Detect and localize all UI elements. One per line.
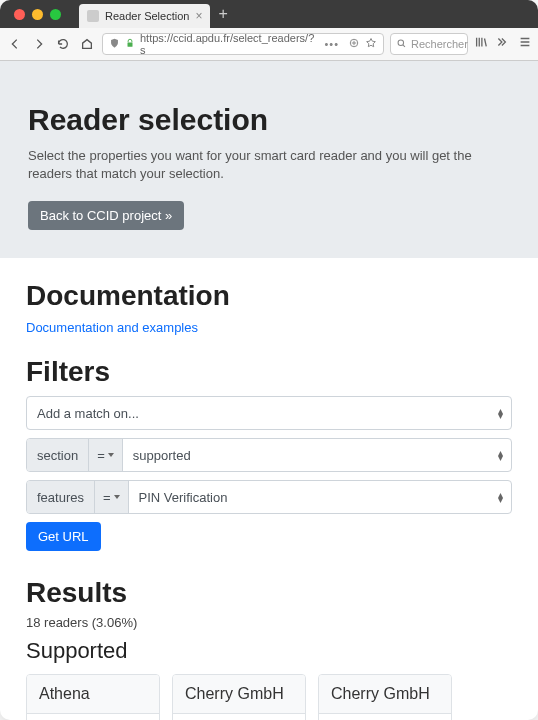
filter-row-section: section = supported ▴▾: [26, 438, 512, 472]
filter-operator-select[interactable]: =: [89, 439, 123, 471]
card-vendor: Athena: [27, 675, 159, 714]
svg-rect-0: [128, 42, 133, 46]
tab-title: Reader Selection: [105, 10, 189, 22]
menu-icon[interactable]: [518, 35, 532, 53]
svg-point-2: [398, 40, 404, 46]
chevron-down-icon: [114, 495, 120, 499]
results-count: 18 readers (3.06%): [26, 615, 512, 630]
window-close-button[interactable]: [14, 9, 25, 20]
address-bar: https://ccid.apdu.fr/select_readers/?s •…: [0, 28, 538, 60]
bookmark-star-icon[interactable]: [365, 37, 377, 51]
search-icon: [396, 38, 407, 51]
chevron-updown-icon: ▴▾: [498, 450, 503, 460]
active-tab[interactable]: Reader Selection ×: [79, 4, 210, 28]
card-vendor: Cherry GmbH: [319, 675, 451, 714]
url-input[interactable]: https://ccid.apdu.fr/select_readers/?s •…: [102, 33, 384, 55]
filter-row-features: features = PIN Verification ▴▾: [26, 480, 512, 514]
search-placeholder: Rechercher: [411, 38, 468, 50]
reader-card[interactable]: Cherry GmbH: [318, 674, 452, 720]
card-image: [27, 714, 159, 720]
forward-button[interactable]: [30, 35, 48, 53]
tab-bar: Reader Selection × +: [0, 0, 538, 28]
add-match-select[interactable]: Add a match on... ▴▾: [26, 396, 512, 430]
results-heading: Results: [26, 577, 512, 609]
new-tab-button[interactable]: +: [210, 5, 235, 23]
card-image: [319, 714, 451, 720]
reader-card[interactable]: Athena: [26, 674, 160, 720]
page-title: Reader selection: [28, 103, 510, 137]
card-vendor: Cherry GmbH: [173, 675, 305, 714]
hero-section: Reader selection Select the properties y…: [0, 61, 538, 258]
browser-chrome: Reader Selection × + https://ccid.apdu.f…: [0, 0, 538, 61]
window-controls: [8, 9, 67, 20]
filter-value-select[interactable]: PIN Verification ▴▾: [129, 481, 511, 513]
tab-close-icon[interactable]: ×: [195, 9, 202, 23]
url-more-icon[interactable]: •••: [324, 38, 339, 50]
filters-heading: Filters: [26, 356, 512, 388]
reload-button[interactable]: [54, 35, 72, 53]
chevron-down-icon: [108, 453, 114, 457]
reader-card[interactable]: Cherry GmbH: [172, 674, 306, 720]
chevron-updown-icon: ▴▾: [498, 492, 503, 502]
add-match-placeholder: Add a match on...: [37, 406, 139, 421]
page-content[interactable]: Reader selection Select the properties y…: [0, 61, 538, 720]
tab-favicon: [87, 10, 99, 22]
card-image: [173, 714, 305, 720]
filter-prefix-label: features: [27, 481, 95, 513]
window-minimize-button[interactable]: [32, 9, 43, 20]
search-input[interactable]: Rechercher: [390, 33, 468, 55]
overflow-icon[interactable]: [494, 35, 508, 53]
documentation-link[interactable]: Documentation and examples: [26, 320, 198, 335]
shield-icon: [109, 38, 120, 51]
filter-operator-select[interactable]: =: [95, 481, 129, 513]
main-content: Documentation Documentation and examples…: [0, 258, 538, 720]
home-button[interactable]: [78, 35, 96, 53]
results-cards: Athena: [26, 674, 512, 720]
supported-heading: Supported: [26, 638, 512, 664]
chevron-updown-icon: ▴▾: [498, 408, 503, 418]
lock-icon: [125, 38, 135, 50]
filter-value-select[interactable]: supported ▴▾: [123, 439, 511, 471]
back-button[interactable]: [6, 35, 24, 53]
library-icon[interactable]: [474, 35, 488, 53]
url-text: https://ccid.apdu.fr/select_readers/?s: [140, 32, 319, 56]
page-subtitle: Select the properties you want for your …: [28, 147, 510, 183]
reader-mode-icon[interactable]: [348, 37, 360, 51]
window-maximize-button[interactable]: [50, 9, 61, 20]
get-url-button[interactable]: Get URL: [26, 522, 101, 551]
filter-prefix-label: section: [27, 439, 89, 471]
documentation-heading: Documentation: [26, 280, 512, 312]
back-to-project-button[interactable]: Back to CCID project »: [28, 201, 184, 230]
